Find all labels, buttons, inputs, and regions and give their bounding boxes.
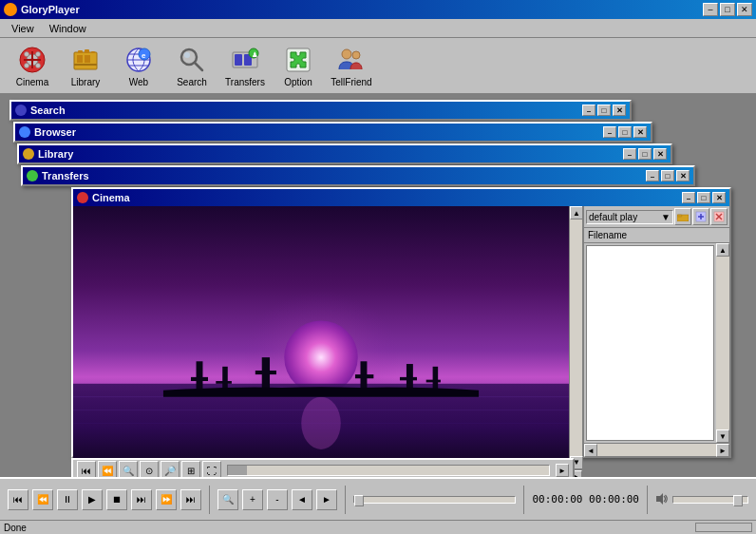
transport-scroll-thumb[interactable] (228, 466, 247, 475)
player-end-btn[interactable]: ⏭ (180, 489, 201, 510)
transport-back-btn[interactable]: ⏪ (98, 461, 117, 477)
player-pause-btn[interactable]: ⏸ (57, 489, 78, 510)
player-forward-btn[interactable]: ► (316, 489, 337, 510)
playlist-dropdown[interactable]: default play ▼ (586, 210, 673, 224)
menu-window[interactable]: Window (42, 21, 94, 36)
library-win-controls: – □ ✕ (623, 148, 667, 160)
menu-bar: View Window (0, 19, 756, 38)
browser-max-btn[interactable]: □ (618, 126, 632, 138)
cinema-min-btn[interactable]: – (682, 192, 695, 203)
svg-rect-15 (91, 51, 95, 53)
playlist-hscrollbar[interactable]: ◄ ► (584, 443, 729, 456)
search-close-btn[interactable]: ✕ (613, 105, 626, 116)
search-max-btn[interactable]: □ (597, 105, 611, 116)
search-min-btn[interactable]: – (582, 105, 595, 116)
toolbar-transfers[interactable]: ♟ Transfers (220, 41, 270, 90)
player-zoom-btn[interactable]: 🔍 (217, 489, 238, 510)
transport-hscrollbar[interactable] (227, 465, 550, 476)
status-progress (695, 523, 752, 532)
seek-bar[interactable] (353, 496, 516, 504)
app-title: GloryPlayer (21, 4, 80, 15)
pl-vscroll-track[interactable] (716, 257, 729, 429)
close-button[interactable]: ✕ (737, 3, 752, 16)
playlist-add-btn[interactable] (692, 208, 709, 225)
minimize-button[interactable]: – (703, 3, 718, 16)
pl-hscroll-left[interactable]: ◄ (584, 444, 597, 457)
app-icon (4, 3, 17, 16)
vscroll-up-btn[interactable]: ▲ (570, 206, 583, 219)
cinema-label: Cinema (16, 77, 48, 87)
playlist-folder-btn[interactable] (674, 208, 691, 225)
transfers-close-btn[interactable]: ✕ (676, 170, 690, 181)
svg-rect-4 (31, 51, 33, 68)
toolbar-web[interactable]: e Web (114, 41, 163, 90)
player-play-btn[interactable]: ▶ (82, 489, 103, 510)
video-vscrollbar[interactable]: ▲ ▼ (569, 206, 582, 469)
transfers-max-btn[interactable]: □ (661, 170, 674, 181)
transport-zoom-in-btn[interactable]: 🔎 (161, 461, 180, 477)
browser-title: Browser (34, 126, 76, 138)
svg-point-7 (25, 63, 29, 67)
playlist-delete-btn[interactable] (710, 208, 728, 225)
player-zoomout-btn[interactable]: - (267, 489, 288, 510)
player-prev-btn[interactable]: ⏮ (8, 489, 28, 510)
volume-slider[interactable] (672, 496, 748, 504)
pl-vscroll-down[interactable]: ▼ (716, 429, 729, 443)
transport-zoom-out-btn[interactable]: 🔍 (119, 461, 138, 477)
search-titlebar[interactable]: Search – □ ✕ (11, 102, 630, 119)
transport-zoom-reset-btn[interactable]: ⊙ (140, 461, 159, 477)
transport-scroll-right[interactable]: ► (556, 464, 569, 477)
pl-hscroll-track[interactable] (597, 444, 716, 456)
library-close-btn[interactable]: ✕ (653, 148, 667, 160)
library-min-btn[interactable]: – (623, 148, 636, 160)
cinema-transport-bar: ⏮ ⏪ 🔍 ⊙ 🔎 ⊞ ⛶ ► (71, 458, 575, 477)
transfers-min-btn[interactable]: – (646, 170, 659, 181)
vscroll-track[interactable] (570, 219, 582, 456)
menu-view[interactable]: View (4, 21, 42, 36)
volume-thumb[interactable] (733, 495, 743, 506)
player-zoomin-btn[interactable]: + (242, 489, 263, 510)
player-next-btn[interactable]: ⏭ (131, 489, 152, 510)
pl-vscroll-up[interactable]: ▲ (716, 243, 729, 257)
status-bar: Done (0, 520, 756, 534)
svg-line-20 (195, 63, 202, 70)
player-stop-btn[interactable]: ⏹ (106, 489, 127, 510)
cinema-close-btn[interactable]: ✕ (712, 192, 726, 203)
maximize-button[interactable]: □ (720, 3, 735, 16)
player-rewind-btn[interactable]: ⏪ (32, 489, 53, 510)
tellfriend-icon (336, 45, 367, 75)
svg-rect-40 (222, 367, 228, 391)
toolbar-cinema[interactable]: Cinema (8, 41, 57, 90)
toolbar-library[interactable]: Library (61, 41, 110, 90)
cinema-titlebar[interactable]: Cinema – □ ✕ (73, 189, 729, 206)
toolbar-option[interactable]: Option (274, 41, 323, 90)
transport-fit-btn[interactable]: ⊞ (181, 461, 200, 477)
player-back-btn[interactable]: ◄ (292, 489, 312, 510)
time-total: 00:00:00 (589, 493, 639, 505)
transport-prev-btn[interactable]: ⏮ (77, 461, 96, 477)
cinema-max-btn[interactable]: □ (697, 192, 710, 203)
svg-point-6 (36, 51, 41, 56)
cinema-win-controls: – □ ✕ (682, 192, 726, 203)
toolbar-search[interactable]: Search (167, 41, 217, 90)
transport-fullscreen-btn[interactable]: ⛶ (202, 461, 221, 477)
library-title-left: Library (23, 148, 73, 160)
status-text: Done (4, 523, 27, 533)
browser-close-btn[interactable]: ✕ (633, 126, 647, 138)
transfers-titlebar[interactable]: Transfers – □ ✕ (23, 167, 693, 184)
seek-thumb[interactable] (354, 495, 364, 506)
library-titlebar[interactable]: Library – □ ✕ (19, 145, 671, 162)
player-fastfwd-btn[interactable]: ⏩ (156, 489, 177, 510)
browser-min-btn[interactable]: – (603, 126, 616, 138)
playlist-vscrollbar[interactable]: ▲ ▼ (716, 243, 729, 443)
volume-area (655, 492, 748, 507)
library-max-btn[interactable]: □ (638, 148, 652, 160)
transfers-win-icon (27, 170, 38, 181)
browser-titlebar[interactable]: Browser – □ ✕ (15, 124, 651, 141)
browser-win-icon (19, 126, 30, 138)
playlist-list[interactable] (586, 245, 714, 441)
toolbar-tellfriend[interactable]: TellFriend (327, 41, 376, 90)
pl-hscroll-right[interactable]: ► (716, 444, 729, 457)
svg-rect-14 (85, 49, 89, 53)
title-bar-controls: – □ ✕ (703, 3, 752, 16)
